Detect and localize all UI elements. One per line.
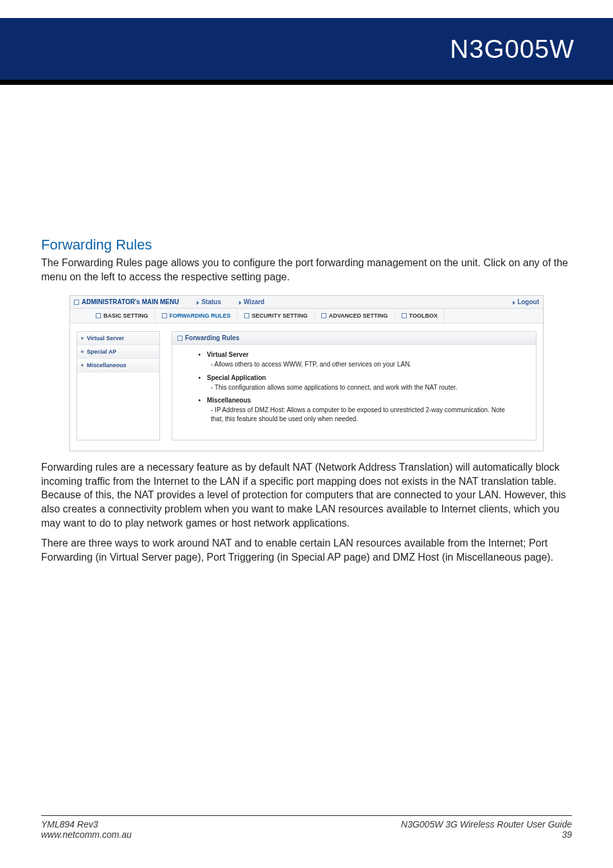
admin-sidebar: Virtual Server Special AP Miscellaneous [76,331,160,440]
wizard-link[interactable]: Wizard [239,298,265,305]
tab-square-icon [402,313,407,318]
panel-body: Virtual Server - Allows others to access… [172,345,536,431]
triangle-icon [239,301,242,305]
section-intro: The Forwarding Rules page allows you to … [41,256,572,284]
sidebar-item-virtual-server[interactable]: Virtual Server [77,332,159,345]
tab-square-icon [162,313,167,318]
paragraph-nat-explain: Forwarding rules are a necessary feature… [41,460,572,530]
sidebar-item-miscellaneous[interactable]: Miscellaneous [77,359,159,372]
footer-page: 39 [401,829,572,840]
admin-topbar: ADMINISTRATOR's MAIN MENU Status Wizard … [70,296,543,309]
admin-ui-screenshot: ADMINISTRATOR's MAIN MENU Status Wizard … [69,295,544,451]
wizard-link-label: Wizard [244,298,265,305]
logout-link-label: Logout [517,298,539,305]
bullet-virtual-server: Virtual Server - Allows others to access… [207,351,517,369]
tab-square-icon [321,313,326,318]
panel-title-bar: Forwarding Rules [172,332,536,345]
footer-rule [41,815,572,816]
admin-main-panel: Forwarding Rules Virtual Server - Allows… [172,331,537,440]
footer-url: www.netcomm.com.au [41,829,132,840]
bullet-title: Special Application [207,374,266,381]
footer-right: N3G005W 3G Wireless Router User Guide 39 [401,819,572,840]
tab-basic-setting[interactable]: BASIC SETTING [89,309,155,323]
panel-square-icon [177,336,182,341]
status-link[interactable]: Status [197,298,221,305]
footer-left: YML894 Rev3 www.netcomm.com.au [41,819,132,840]
tab-forwarding-rules[interactable]: FORWARDING RULES [155,309,238,323]
page-content: Forwarding Rules The Forwarding Rules pa… [41,237,572,570]
sidebar-item-label: Special AP [87,348,116,355]
header-underline [0,80,613,85]
footer-rev: YML894 Rev3 [41,819,132,829]
tab-security-setting[interactable]: SECURITY SETTING [238,309,315,323]
admin-main-menu-label[interactable]: ADMINISTRATOR's MAIN MENU [82,298,179,305]
tab-toolbox[interactable]: TOOLBOX [395,309,445,323]
bullet-desc: - Allows others to access WWW, FTP, and … [211,360,517,369]
bullet-icon [81,364,84,366]
section-title: Forwarding Rules [41,237,572,253]
product-title: N3G005W [450,35,574,64]
admin-body: Virtual Server Special AP Miscellaneous … [70,323,543,451]
bullet-icon [81,350,84,353]
bullet-title: Virtual Server [207,351,249,358]
bullet-special-application: Special Application - This configuration… [207,374,517,392]
tab-forwarding-label: FORWARDING RULES [170,312,231,319]
bullet-desc: - IP Address of DMZ Host: Allows a compu… [211,406,517,423]
page-header: N3G005W [0,18,613,80]
page-footer: YML894 Rev3 www.netcomm.com.au N3G005W 3… [41,819,572,840]
tab-toolbox-label: TOOLBOX [409,312,438,319]
tab-square-icon [96,313,101,318]
triangle-icon [513,301,515,305]
paragraph-workarounds: There are three ways to work around NAT … [41,536,572,564]
admin-tabs: BASIC SETTING FORWARDING RULES SECURITY … [70,309,543,323]
footer-guide: N3G005W 3G Wireless Router User Guide [401,819,572,829]
menu-square-icon [74,300,79,305]
tab-square-icon [244,313,249,318]
tab-advanced-label: ADVANCED SETTING [329,312,388,319]
tab-basic-label: BASIC SETTING [103,312,148,319]
bullet-miscellaneous: Miscellaneous - IP Address of DMZ Host: … [207,397,517,423]
sidebar-item-label: Virtual Server [87,335,124,341]
logout-link[interactable]: Logout [513,298,539,305]
bullet-title: Miscellaneous [207,397,251,404]
sidebar-item-special-ap[interactable]: Special AP [77,345,159,359]
bullet-icon [81,337,84,339]
tab-security-label: SECURITY SETTING [252,312,308,319]
status-link-label: Status [201,298,221,305]
bullet-desc: - This configuration allows some applica… [211,383,517,392]
tab-advanced-setting[interactable]: ADVANCED SETTING [315,309,395,323]
sidebar-item-label: Miscellaneous [87,362,127,368]
panel-title: Forwarding Rules [185,334,239,341]
triangle-icon [197,301,199,305]
